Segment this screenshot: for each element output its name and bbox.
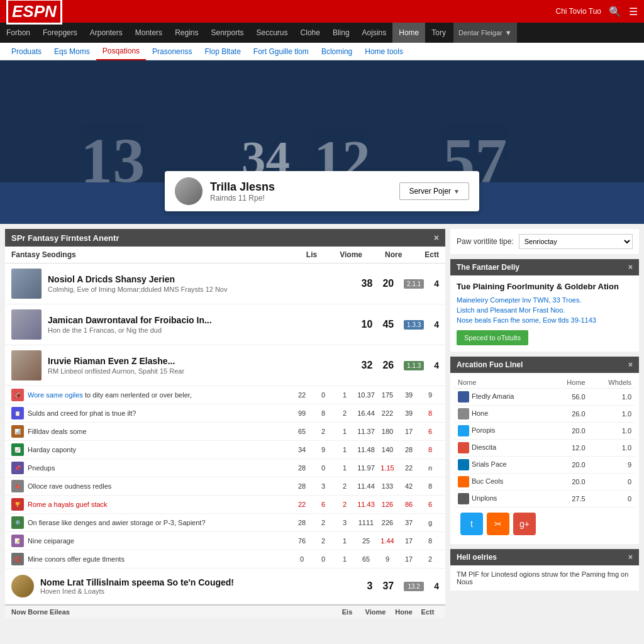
tip-select[interactable]: Senrioctay — [519, 234, 633, 249]
googleplus-button[interactable]: g+ — [513, 513, 536, 535]
svg-text:34: 34 — [178, 145, 188, 155]
nav-arponters[interactable]: Arponters — [84, 23, 129, 43]
stat-home: 20.0 — [550, 457, 589, 474]
close-icon[interactable]: × — [434, 233, 439, 243]
list-item: 📌 Pnedups 28 0 1 11.97 1.15 22 n — [5, 459, 445, 477]
subnav-eqsmoms[interactable]: Eqs Moms — [48, 43, 96, 60]
nav-tory[interactable]: Tory — [425, 23, 452, 43]
close-icon[interactable]: × — [628, 553, 633, 562]
nav-seccurus[interactable]: Seccurus — [250, 23, 294, 43]
player-name: Fillldav deals some — [28, 428, 289, 435]
subnav-fortgguille[interactable]: Fort Gguille tlom — [247, 43, 315, 60]
subnav-bcloming[interactable]: Bcloming — [315, 43, 358, 60]
fantasy-daily-link-1[interactable]: Maineleiry Comepter lnv TWN, 33 Troes. — [457, 296, 633, 304]
table-row: Buc Ceols 20.0 0 — [454, 474, 635, 491]
table-footer-header: Now Borne Eileas Eis Viome Hone Ectt — [5, 604, 445, 618]
nav-senrports[interactable]: Senrports — [204, 23, 250, 43]
nav-forepgers[interactable]: Forepgers — [36, 23, 84, 43]
stat-n2: 2 — [314, 537, 332, 545]
stat-val-2: 26 — [382, 360, 394, 371]
stat-n4: 65 — [357, 555, 375, 563]
table-row: Ftedly Amaria 56.0 1.0 — [454, 389, 635, 406]
nav-regins[interactable]: Regins — [169, 23, 204, 43]
stat-n2: 0 — [314, 391, 332, 399]
stat-n5: 180 — [379, 428, 396, 435]
svg-point-2 — [13, 111, 113, 161]
stat-n7: 8 — [421, 537, 439, 545]
nav-forbon[interactable]: Forbon — [0, 23, 36, 43]
social-icons: t ✂ g+ — [454, 508, 635, 540]
stat-whdels: 1.0 — [589, 406, 635, 423]
avatar — [11, 269, 42, 299]
server-pojer-button[interactable]: Server Pojer ▼ — [399, 182, 469, 200]
stat-home: 12.0 — [550, 440, 589, 457]
nav-monters[interactable]: Monters — [129, 23, 169, 43]
close-icon[interactable]: × — [628, 360, 633, 369]
col-nome: Nome — [454, 377, 550, 389]
nav-home[interactable]: Home — [392, 23, 425, 43]
subnav-produats[interactable]: Produats — [5, 43, 48, 60]
nav-aojsins[interactable]: Aojsins — [356, 23, 393, 43]
avatar — [11, 350, 42, 380]
close-icon[interactable]: × — [628, 263, 633, 272]
stat-val-1: 10 — [362, 319, 373, 330]
footer-col-eis: Eis — [335, 608, 360, 616]
avatar — [175, 177, 203, 205]
stat-n6: 22 — [400, 464, 418, 472]
nav-dropdown[interactable]: Dentar Fleigar ▼ — [453, 23, 517, 43]
player-name: Wore same ogiles to dity eam nerlented o… — [28, 391, 289, 399]
stat-n1: 28 — [293, 464, 311, 472]
stat-num4: 4 — [434, 279, 439, 289]
stat-n4: 16.44 — [357, 409, 375, 417]
stat-n5: 1.15 — [379, 464, 396, 472]
facebook-icon — [458, 391, 469, 402]
player-info: Nosiol A Dricds Shansy Jerien Colmhig, E… — [48, 274, 355, 293]
subnav-posqations[interactable]: Posqations — [96, 43, 146, 60]
action-table-title: Arcation Fuo Llnel — [457, 360, 523, 369]
stat-n1: 22 — [293, 501, 311, 508]
speced-button[interactable]: Speced to oTstults — [457, 330, 528, 345]
stat-n6: 42 — [400, 482, 418, 490]
stat-n4: 11.43 — [357, 501, 375, 508]
tip-box: Paw voritlite tipe: Senrioctay — [450, 229, 639, 254]
stat-n1: 28 — [293, 482, 311, 490]
menu-icon[interactable]: ☰ — [629, 6, 638, 18]
subnav-hometools[interactable]: Home tools — [358, 43, 409, 60]
stat-n5: 226 — [379, 519, 396, 526]
team-icon: 📋 — [11, 407, 24, 419]
nav-clohe[interactable]: Clohe — [294, 23, 326, 43]
stat-home: 20.0 — [550, 474, 589, 491]
search-icon[interactable]: 🔍 — [609, 6, 621, 18]
stat-n4: 11.37 — [357, 428, 375, 435]
help-section: Hell oelries × TM PIF for Linotesd ogion… — [450, 549, 639, 591]
fantasy-daily-heading: Tue Plaining Foorlmunity & Goldebr Ation — [457, 282, 633, 291]
subnav-flopbltate[interactable]: Flop Bltate — [198, 43, 247, 60]
stat-num4: 4 — [434, 360, 439, 370]
player-name: Olloce rave oudness redles — [28, 482, 289, 490]
player-name: Nome Lrat Tillislnaim speema So te'n Cou… — [40, 577, 361, 587]
stat-n3: 2 — [336, 409, 353, 417]
avatar — [11, 309, 42, 340]
fantasy-daily-link-3[interactable]: Nose beals Facn fhe some, Eow tlds 39-11… — [457, 316, 633, 324]
fantasy-daily-section: The Fantaer Deliy × Tue Plaining Foorlmu… — [450, 259, 639, 352]
scissors-button[interactable]: ✂ — [487, 513, 509, 535]
team-icon: ⚙️ — [11, 516, 24, 529]
fantasy-daily-link-2[interactable]: Listch and Pleasant Mor Frast Noo. — [457, 306, 633, 314]
bottom-featured-player: Nome Lrat Tillislnaim speema So te'n Cou… — [5, 569, 445, 604]
stat-val-2: 45 — [382, 319, 394, 330]
stat-n1: 76 — [293, 537, 311, 545]
google-icon — [458, 442, 469, 453]
right-panel: Paw voritlite tipe: Senrioctay The Fanta… — [450, 229, 639, 618]
help-header: Hell oelries × — [450, 549, 639, 565]
hero-section: 13 34 12 57 Trilla Jlesns Rairnds 11 Rpe… — [0, 60, 644, 224]
user-text: Chi Tovio Tuo — [556, 7, 602, 16]
stat-n6: 17 — [400, 537, 418, 545]
subnav-prasonenss[interactable]: Prasonenss — [146, 43, 198, 60]
action-table-header: Arcation Fuo Llnel × — [450, 357, 639, 373]
svg-point-4 — [491, 98, 641, 161]
nav-bling[interactable]: Bling — [326, 23, 356, 43]
col-home: Home — [550, 377, 589, 389]
twitter-button[interactable]: t — [460, 513, 483, 535]
stat-n4: 11.48 — [357, 446, 375, 453]
stat-n7: 9 — [421, 391, 439, 399]
